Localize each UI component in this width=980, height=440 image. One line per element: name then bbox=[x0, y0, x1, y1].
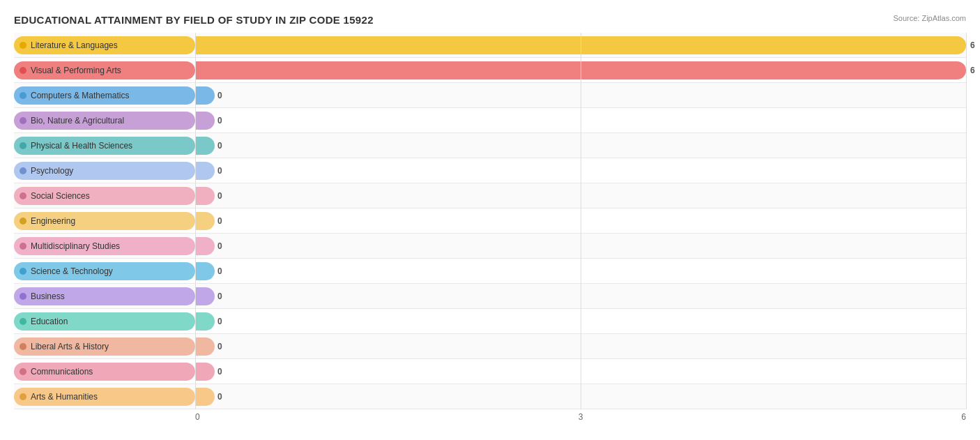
bar-label: Visual & Performing Arts bbox=[14, 61, 195, 79]
bar-dot bbox=[20, 92, 26, 99]
bar-fill bbox=[195, 86, 215, 105]
bar-fill bbox=[195, 287, 215, 305]
x-axis: 036 bbox=[195, 412, 966, 422]
bar-fill-area: 0 bbox=[195, 112, 966, 130]
bar-label-text: Liberal Arts & History bbox=[31, 342, 109, 351]
bar-fill bbox=[195, 112, 215, 130]
bar-label: Education bbox=[14, 312, 195, 331]
grid-line bbox=[966, 33, 967, 409]
bar-fill bbox=[195, 187, 215, 205]
bar-fill bbox=[195, 162, 215, 180]
bar-fill bbox=[195, 212, 215, 230]
bar-row: Bio, Nature & Agricultural0 bbox=[14, 108, 966, 133]
bar-row: Business0 bbox=[14, 284, 966, 309]
bar-fill-area: 0 bbox=[195, 162, 966, 180]
bar-value: 0 bbox=[217, 166, 222, 176]
bar-fill bbox=[195, 363, 215, 381]
bar-dot bbox=[20, 393, 26, 400]
bar-label-text: Bio, Nature & Agricultural bbox=[31, 116, 124, 126]
bar-label: Liberal Arts & History bbox=[14, 337, 195, 356]
bar-value: 0 bbox=[217, 116, 222, 126]
bar-dot bbox=[20, 293, 26, 300]
bar-row: Arts & Humanities0 bbox=[14, 384, 966, 409]
bar-label-text: Education bbox=[31, 317, 68, 326]
bar-value: 0 bbox=[217, 141, 222, 151]
bar-row: Liberal Arts & History0 bbox=[14, 334, 966, 359]
bar-fill bbox=[195, 61, 966, 79]
bar-fill bbox=[195, 262, 215, 280]
bar-fill-area: 0 bbox=[195, 212, 966, 230]
bar-label-text: Literature & Languages bbox=[31, 40, 118, 50]
bar-dot bbox=[20, 268, 26, 275]
bar-label-text: Computers & Mathematics bbox=[31, 91, 129, 100]
bar-dot bbox=[20, 67, 26, 74]
bar-row: Science & Technology0 bbox=[14, 259, 966, 284]
bar-row: Psychology0 bbox=[14, 158, 966, 183]
bar-dot bbox=[20, 167, 26, 174]
bar-value: 0 bbox=[217, 191, 222, 201]
bar-value: 6 bbox=[970, 40, 975, 50]
bar-fill bbox=[195, 388, 215, 406]
bar-fill-area: 0 bbox=[195, 237, 966, 255]
bar-label: Science & Technology bbox=[14, 262, 195, 280]
chart-source: Source: ZipAtlas.com bbox=[893, 14, 966, 22]
x-axis-label: 6 bbox=[961, 412, 966, 422]
bar-row: Social Sciences0 bbox=[14, 183, 966, 208]
bar-fill-area: 0 bbox=[195, 388, 966, 406]
bar-label: Psychology bbox=[14, 162, 195, 180]
bar-fill bbox=[195, 137, 215, 155]
bar-fill-area: 0 bbox=[195, 363, 966, 381]
bar-fill bbox=[195, 237, 215, 255]
bar-fill-area: 6 bbox=[195, 61, 966, 79]
bar-label-text: Multidisciplinary Studies bbox=[31, 241, 120, 251]
bar-label-text: Psychology bbox=[31, 166, 73, 176]
bar-row: Communications0 bbox=[14, 359, 966, 384]
bar-label: Physical & Health Sciences bbox=[14, 137, 195, 155]
bar-fill bbox=[195, 337, 215, 356]
bar-dot bbox=[20, 243, 26, 250]
bar-label: Arts & Humanities bbox=[14, 388, 195, 406]
bar-row: Physical & Health Sciences0 bbox=[14, 133, 966, 158]
bar-fill bbox=[195, 312, 215, 331]
bar-label-text: Arts & Humanities bbox=[31, 392, 98, 402]
bar-dot bbox=[20, 117, 26, 124]
bar-value: 0 bbox=[217, 317, 222, 326]
bar-fill-area: 0 bbox=[195, 137, 966, 155]
bar-label-text: Communications bbox=[31, 367, 93, 377]
bar-fill bbox=[195, 36, 966, 54]
bar-value: 6 bbox=[970, 66, 975, 75]
bar-label: Literature & Languages bbox=[14, 36, 195, 54]
bar-label-text: Visual & Performing Arts bbox=[31, 66, 121, 75]
bar-label-text: Physical & Health Sciences bbox=[31, 141, 132, 151]
chart-area: Literature & Languages6Visual & Performi… bbox=[14, 33, 966, 389]
bar-label: Social Sciences bbox=[14, 187, 195, 205]
chart-container: EDUCATIONAL ATTAINMENT BY FIELD OF STUDY… bbox=[0, 0, 980, 440]
bar-value: 0 bbox=[217, 392, 222, 402]
x-axis-label: 0 bbox=[195, 412, 200, 422]
bar-dot bbox=[20, 142, 26, 149]
bar-label: Computers & Mathematics bbox=[14, 86, 195, 105]
x-axis-label: 3 bbox=[579, 412, 583, 422]
bar-fill-area: 6 bbox=[195, 36, 966, 54]
bar-label: Multidisciplinary Studies bbox=[14, 237, 195, 255]
bar-dot bbox=[20, 192, 26, 199]
bar-label-text: Engineering bbox=[31, 216, 75, 226]
bar-label: Communications bbox=[14, 363, 195, 381]
bar-label-text: Social Sciences bbox=[31, 191, 90, 201]
bar-dot bbox=[20, 218, 26, 225]
bar-label: Business bbox=[14, 287, 195, 305]
bars-section: Literature & Languages6Visual & Performi… bbox=[14, 33, 966, 409]
bar-dot bbox=[20, 368, 26, 375]
bar-value: 0 bbox=[217, 216, 222, 226]
bar-row: Visual & Performing Arts6 bbox=[14, 58, 966, 83]
bar-row: Education0 bbox=[14, 309, 966, 334]
chart-title: EDUCATIONAL ATTAINMENT BY FIELD OF STUDY… bbox=[14, 14, 966, 26]
bar-label-text: Business bbox=[31, 291, 65, 301]
bar-fill-area: 0 bbox=[195, 187, 966, 205]
bar-fill-area: 0 bbox=[195, 337, 966, 356]
bar-value: 0 bbox=[217, 291, 222, 301]
bar-value: 0 bbox=[217, 241, 222, 251]
bar-row: Multidisciplinary Studies0 bbox=[14, 234, 966, 259]
bar-value: 0 bbox=[217, 367, 222, 377]
bar-label: Engineering bbox=[14, 212, 195, 230]
